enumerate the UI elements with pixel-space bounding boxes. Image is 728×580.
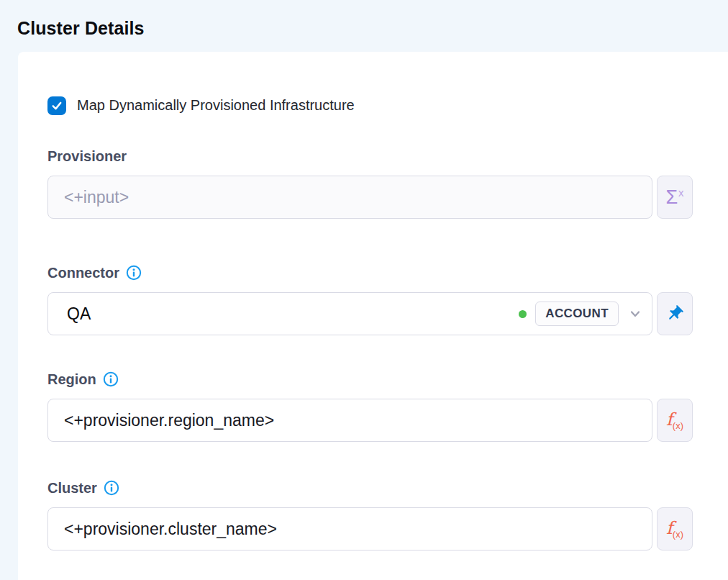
cluster-details-card: Map Dynamically Provisioned Infrastructu… bbox=[18, 52, 728, 580]
page-title: Cluster Details bbox=[17, 18, 145, 39]
connector-info-icon[interactable] bbox=[126, 265, 142, 281]
cluster-info-icon[interactable] bbox=[104, 480, 119, 496]
cluster-input[interactable] bbox=[47, 507, 652, 550]
connector-pin-button[interactable] bbox=[657, 292, 693, 335]
cluster-expression-button[interactable]: f(x) bbox=[657, 507, 693, 550]
region-info-icon[interactable] bbox=[103, 371, 119, 387]
connector-field: QA ACCOUNT bbox=[47, 292, 693, 335]
sigma-expression-icon: Σx bbox=[665, 187, 683, 207]
checkmark-icon bbox=[50, 99, 63, 112]
pushpin-icon bbox=[665, 304, 684, 323]
map-dynamic-infra-label: Map Dynamically Provisioned Infrastructu… bbox=[77, 97, 355, 114]
connector-label-row: Connector bbox=[47, 263, 693, 282]
fx-expression-icon: f(x) bbox=[666, 520, 683, 539]
map-dynamic-infra-checkbox[interactable] bbox=[47, 96, 66, 115]
connector-value: QA bbox=[67, 304, 91, 324]
region-label-row: Region bbox=[47, 370, 693, 389]
provisioner-label-row: Provisioner bbox=[47, 147, 693, 166]
cluster-label: Cluster bbox=[47, 480, 97, 497]
region-field: f(x) bbox=[47, 399, 693, 442]
cluster-field: f(x) bbox=[47, 507, 693, 550]
connector-status-dot bbox=[519, 310, 527, 318]
connector-select[interactable]: QA ACCOUNT bbox=[47, 292, 652, 335]
provisioner-field: Σx bbox=[47, 176, 693, 219]
chevron-down-icon[interactable] bbox=[628, 307, 642, 321]
connector-label: Connector bbox=[47, 265, 119, 281]
map-dynamic-infra-row: Map Dynamically Provisioned Infrastructu… bbox=[47, 96, 693, 115]
connector-scope-badge: ACCOUNT bbox=[535, 302, 619, 326]
region-input[interactable] bbox=[47, 399, 652, 442]
region-label: Region bbox=[47, 371, 96, 388]
provisioner-input[interactable] bbox=[47, 176, 652, 219]
cluster-label-row: Cluster bbox=[47, 479, 693, 497]
runtime-input-type-button[interactable]: Σx bbox=[657, 176, 693, 219]
provisioner-label: Provisioner bbox=[47, 148, 127, 165]
fx-expression-icon: f(x) bbox=[666, 411, 683, 430]
region-expression-button[interactable]: f(x) bbox=[657, 399, 693, 442]
